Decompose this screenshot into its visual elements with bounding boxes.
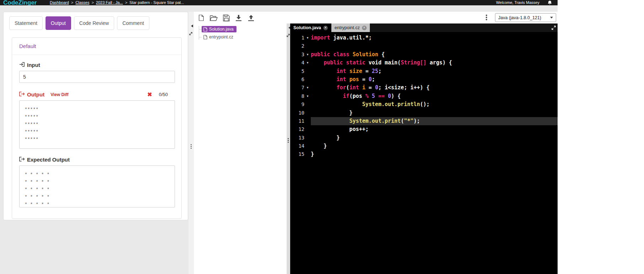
code-line[interactable]: 7▾ for(int i = 0; i<size; i++) {	[290, 84, 558, 92]
code-line[interactable]: 15}	[290, 150, 558, 158]
code-token: (	[401, 118, 404, 124]
code-token: 5	[372, 93, 375, 99]
input-field[interactable]	[19, 71, 175, 83]
splitter-drag-handle[interactable]	[191, 144, 192, 149]
code-token	[311, 68, 336, 74]
resize-diagonal-icon[interactable]	[287, 32, 290, 38]
code-line[interactable]: 3▾public class Solution {	[290, 51, 558, 59]
editor-tab[interactable]: entrypoint.cz×	[331, 23, 370, 32]
language-selector[interactable]: Java (java-1.8.0_121)	[495, 13, 556, 22]
code-token: ; i<size; i++) {	[378, 84, 430, 91]
download-icon[interactable]	[235, 14, 243, 22]
file-icon	[203, 27, 207, 32]
code-token: =	[362, 68, 372, 74]
code-token: pos++;	[311, 126, 369, 132]
more-options-icon[interactable]	[486, 15, 487, 20]
line-number: 1	[290, 34, 304, 42]
editor-tab-label: Solution.java	[293, 25, 321, 30]
sign-out-icon	[19, 91, 25, 98]
fullscreen-expand-icon[interactable]	[550, 25, 557, 31]
fold-spacer	[304, 67, 311, 75]
file-name: entrypoint.cz	[209, 35, 233, 39]
code-line[interactable]: 4▾ public static void main(String[] args…	[290, 59, 558, 67]
code-token: size	[349, 68, 362, 74]
tab-output[interactable]: Output	[46, 16, 71, 30]
code-token	[369, 93, 372, 99]
file-name: Solution.java	[209, 27, 234, 32]
code-line[interactable]: 6 int pos = 0;	[290, 75, 558, 84]
breadcrumb-separator: >	[125, 0, 127, 5]
code-token: "*"	[404, 118, 414, 124]
line-number: 2	[290, 42, 304, 50]
line-number: 3	[290, 51, 304, 59]
fold-spacer	[304, 150, 311, 158]
code-token: );	[414, 118, 420, 124]
line-number: 6	[290, 75, 304, 84]
code-line[interactable]: 1▾import java.util.*;	[290, 34, 558, 42]
expected-output-label: Expected Output	[27, 157, 70, 163]
tab-comment[interactable]: Comment	[117, 16, 149, 30]
app-logo[interactable]: CodeZinger	[3, 0, 50, 5]
code-token: import	[311, 35, 330, 41]
close-tab-icon[interactable]: ×	[362, 26, 367, 30]
breadcrumb-item[interactable]: Classes	[75, 0, 89, 5]
file-tree-item[interactable]: entrypoint.cz	[194, 33, 287, 41]
code-token: int	[349, 84, 359, 91]
fold-arrow-icon[interactable]: ▾	[304, 92, 311, 100]
results-panel: StatementOutputCode ReviewComment Defaul…	[3, 12, 188, 220]
code-token: public class	[311, 51, 349, 58]
editor-tab[interactable]: Solution.java×	[290, 23, 331, 32]
file-item[interactable]: entrypoint.cz	[202, 34, 236, 40]
code-token	[311, 84, 336, 91]
breadcrumb-item[interactable]: Dashboard	[50, 0, 69, 5]
code-line[interactable]: 11 System.out.print("*");	[290, 117, 558, 125]
code-text: }	[311, 134, 558, 142]
fold-arrow-icon[interactable]: ▾	[304, 84, 311, 92]
chevron-down-icon	[550, 17, 553, 20]
fold-arrow-icon[interactable]: ▾	[304, 51, 311, 59]
splitter-drag-handle[interactable]	[288, 138, 289, 143]
resize-diagonal-icon[interactable]	[189, 30, 192, 37]
code-lines: 1▾import java.util.*;23▾public class Sol…	[290, 32, 558, 159]
code-line[interactable]: 12 pos++;	[290, 125, 558, 133]
code-line[interactable]: 9 System.out.println();	[290, 100, 558, 109]
code-line[interactable]: 14 }	[290, 142, 558, 150]
code-token: }	[311, 151, 314, 157]
fold-arrow-icon[interactable]: ▾	[304, 59, 311, 67]
save-icon[interactable]	[222, 14, 230, 22]
breadcrumb-separator: >	[91, 0, 94, 5]
line-number: 9	[290, 100, 304, 109]
code-line[interactable]: 8▾ if(pos % 5 == 0) {	[290, 92, 558, 100]
fold-arrow-icon[interactable]: ▾	[304, 34, 311, 42]
panel-splitter-left[interactable]	[188, 12, 194, 274]
editor-tab-label: entrypoint.cz	[335, 25, 360, 30]
notification-bell-icon[interactable]	[547, 0, 552, 5]
file-item[interactable]: Solution.java	[202, 26, 236, 32]
view-diff-link[interactable]: View Diff	[50, 92, 68, 97]
code-text: import java.util.*;	[311, 34, 558, 42]
line-number: 14	[290, 142, 304, 150]
breadcrumb-item[interactable]: 2023 Fall - Ja...	[96, 0, 123, 5]
collapse-left-icon[interactable]	[190, 25, 193, 27]
open-folder-icon[interactable]	[210, 14, 218, 22]
upload-icon[interactable]	[247, 14, 255, 22]
new-file-icon[interactable]	[197, 14, 205, 22]
output-text: ***** ***** ***** ***** *****	[19, 100, 175, 149]
breadcrumb-separator: >	[71, 0, 73, 5]
file-tree-item[interactable]: Solution.java	[194, 25, 287, 33]
code-line[interactable]: 2	[290, 42, 558, 50]
tab-code-review[interactable]: Code Review	[74, 16, 114, 30]
code-text: System.out.println();	[311, 100, 558, 109]
code-line[interactable]: 13 }	[290, 134, 558, 142]
code-token: int	[336, 76, 346, 83]
panel-splitter-editor[interactable]	[287, 23, 290, 274]
close-tab-icon[interactable]: ×	[323, 26, 328, 30]
output-label-row: Output View Diff ✖ 0/50	[19, 91, 174, 98]
code-line[interactable]: 10 }	[290, 109, 558, 117]
line-number: 10	[290, 109, 304, 117]
tab-statement[interactable]: Statement	[9, 16, 43, 30]
code-line[interactable]: 5 int size = 25;	[290, 67, 558, 75]
code-text: int size = 25;	[311, 67, 558, 75]
code-token: 0	[388, 93, 391, 99]
fold-spacer	[304, 42, 311, 50]
